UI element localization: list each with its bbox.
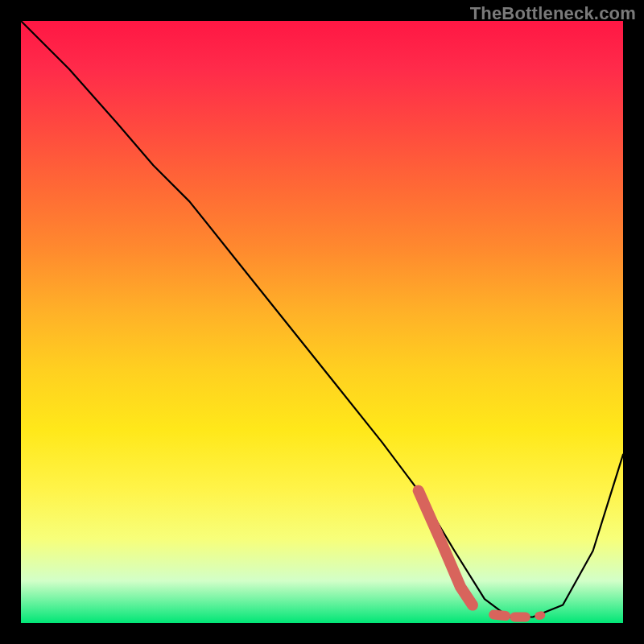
series-group	[21, 21, 623, 617]
series-salmon-dash-point-c	[539, 615, 541, 616]
series-salmon-dash-point-a	[493, 615, 506, 616]
series-salmon-thick-segment	[419, 490, 473, 605]
chart-svg	[21, 21, 623, 623]
watermark-text: TheBottleneck.com	[470, 3, 636, 24]
plot-area	[21, 21, 623, 623]
series-main-curve	[21, 21, 623, 617]
chart-frame: TheBottleneck.com	[0, 0, 644, 644]
